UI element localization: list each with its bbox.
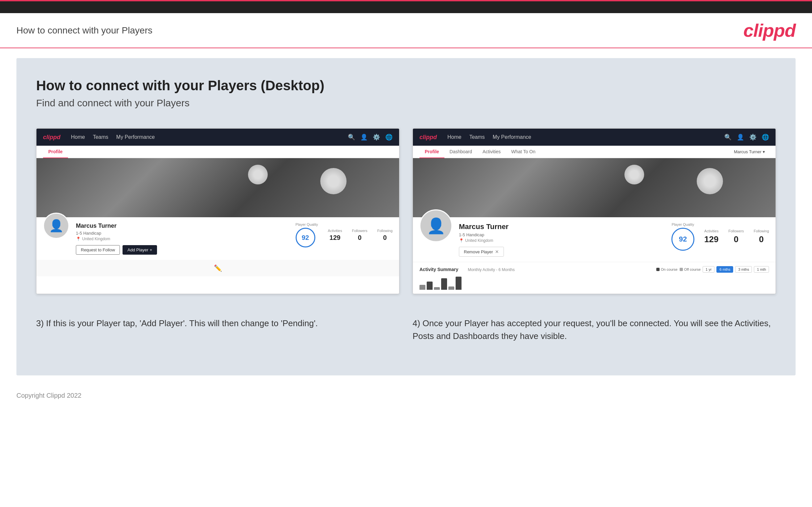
bar-6 — [456, 277, 461, 290]
mini-chart — [419, 277, 769, 290]
golf-ball-left-2 — [320, 168, 347, 194]
stat-quality-right: Player Quality 92 — [671, 223, 695, 251]
oncourse-dot — [656, 268, 660, 271]
screenshots-row: clippd Home Teams My Performance 🔍 👤 ⚙️ … — [36, 128, 776, 294]
description-text-right: 4) Once your Player has accepted your re… — [413, 317, 776, 343]
filter-1yr[interactable]: 1 yr — [703, 266, 714, 273]
screenshot-left: clippd Home Teams My Performance 🔍 👤 ⚙️ … — [36, 128, 399, 294]
app-nav-right: clippd Home Teams My Performance 🔍 👤 ⚙️ … — [413, 129, 775, 146]
avatar-right: 👤 — [419, 209, 452, 242]
avatar-icon-left: 👤 — [49, 219, 64, 233]
nav-icons-right: 🔍 👤 ⚙️ 🌐 — [724, 133, 769, 141]
descriptions-row: 3) If this is your Player tap, 'Add Play… — [36, 311, 776, 349]
avatar-icon-right: 👤 — [427, 217, 445, 235]
pen-icon-left: ✏️ — [214, 264, 222, 272]
stat-following-left: Following 0 — [377, 229, 393, 241]
legend-offcourse: Off course — [679, 268, 701, 271]
nav-myperformance-left[interactable]: My Performance — [116, 134, 155, 140]
follow-button-left[interactable]: Request to Follow — [76, 245, 120, 255]
settings-icon-right[interactable]: ⚙️ — [749, 133, 757, 141]
nav-teams-right[interactable]: Teams — [469, 134, 485, 140]
profile-handicap-right: 1-5 Handicap — [459, 232, 665, 237]
screenshot-right: clippd Home Teams My Performance 🔍 👤 ⚙️ … — [413, 128, 776, 294]
clippd-logo: clippd — [743, 20, 796, 41]
profile-section-right: 👤 Marcus Turner 1-5 Handicap 📍 United Ki… — [413, 217, 775, 262]
app-nav-left: clippd Home Teams My Performance 🔍 👤 ⚙️ … — [37, 129, 399, 146]
golf-ball-left-1 — [248, 165, 268, 184]
app-logo-right: clippd — [419, 134, 437, 141]
avatar-left: 👤 — [43, 213, 69, 239]
profile-name-left: Marcus Turner — [76, 223, 289, 229]
nav-home-left[interactable]: Home — [71, 134, 85, 140]
activity-subtitle: Monthly Activity - 6 Months — [468, 268, 515, 272]
tab-activities-right[interactable]: Activities — [477, 146, 506, 158]
tab-whattoon-right[interactable]: What To On — [506, 146, 541, 158]
activity-filters: On course Off course 1 yr 6 mths 3 mths … — [656, 266, 769, 273]
nav-home-right[interactable]: Home — [447, 134, 461, 140]
stat-quality-left: Player Quality 92 — [296, 223, 318, 247]
stats-row-left: Player Quality 92 Activities 129 Followe… — [296, 223, 393, 247]
profile-name-right: Marcus Turner — [459, 223, 665, 231]
page-heading: How to connect with your Players (Deskto… — [36, 78, 776, 94]
legend-oncourse: On course — [656, 268, 678, 271]
filter-6mths[interactable]: 6 mths — [716, 266, 733, 273]
bar-3 — [434, 287, 440, 290]
tab-profile-left[interactable]: Profile — [43, 146, 68, 158]
nav-myperformance-right[interactable]: My Performance — [493, 134, 531, 140]
location-icon-right: 📍 — [459, 238, 464, 243]
location-icon-left: 📍 — [76, 237, 81, 241]
header: How to connect with your Players clippd — [0, 13, 812, 48]
profile-handicap-left: 1-5 Handicap — [76, 231, 289, 236]
player-dropdown-label[interactable]: Marcus Turner — [734, 149, 761, 154]
scroll-area-left: ✏️ — [37, 260, 399, 276]
offcourse-dot — [679, 268, 683, 271]
bar-1 — [419, 285, 425, 290]
top-bar — [0, 0, 812, 13]
golf-ball-right-1 — [624, 165, 644, 184]
stat-activities-left: Activities 129 — [328, 229, 342, 241]
globe-icon-right[interactable]: 🌐 — [762, 133, 769, 141]
add-player-button-left[interactable]: Add Player + — [122, 245, 157, 255]
stat-activities-right: Activities 129 — [704, 229, 718, 244]
profile-location-right: 📍 United Kingdom — [459, 238, 665, 243]
stats-row-right: Player Quality 92 Activities 129 Followe… — [671, 223, 769, 251]
activity-summary: Activity Summary Monthly Activity - 6 Mo… — [413, 262, 775, 294]
stat-followers-left: Followers 0 — [352, 229, 367, 241]
profile-buttons-left: Request to Follow Add Player + — [76, 245, 289, 255]
stat-following-right: Following 0 — [754, 229, 769, 244]
filter-1mth[interactable]: 1 mth — [754, 266, 769, 273]
page-subheading: Find and connect with your Players — [36, 98, 776, 109]
stat-followers-right: Followers 0 — [728, 229, 744, 244]
nav-icons-left: 🔍 👤 ⚙️ 🌐 — [348, 133, 393, 141]
user-icon-right[interactable]: 👤 — [737, 133, 744, 141]
description-right: 4) Once your Player has accepted your re… — [413, 311, 776, 349]
quality-circle-left: 92 — [296, 228, 315, 247]
remove-player-button[interactable]: Remove Player ✕ — [459, 247, 504, 257]
activity-title: Activity Summary — [419, 267, 458, 272]
search-icon-right[interactable]: 🔍 — [724, 133, 731, 141]
app-tabs-right: Profile Dashboard Activities What To On … — [413, 146, 775, 158]
bar-2 — [427, 282, 433, 290]
profile-location-left: 📍 United Kingdom — [76, 237, 289, 241]
tab-profile-right[interactable]: Profile — [419, 146, 445, 158]
header-title: How to connect with your Players — [16, 25, 152, 36]
hero-image-right — [413, 158, 775, 217]
chevron-down-icon: ▾ — [763, 149, 765, 154]
remove-x-icon: ✕ — [495, 249, 499, 254]
user-icon-left[interactable]: 👤 — [360, 133, 367, 141]
nav-teams-left[interactable]: Teams — [93, 134, 108, 140]
search-icon-left[interactable]: 🔍 — [348, 133, 355, 141]
description-text-left: 3) If this is your Player tap, 'Add Play… — [36, 317, 399, 330]
golf-ball-right-2 — [697, 168, 723, 194]
settings-icon-left[interactable]: ⚙️ — [373, 133, 380, 141]
main-content: How to connect with your Players (Deskto… — [16, 58, 796, 376]
profile-info-left: Marcus Turner 1-5 Handicap 📍 United King… — [76, 223, 289, 255]
activity-header: Activity Summary Monthly Activity - 6 Mo… — [419, 266, 769, 273]
hero-image-left — [37, 158, 399, 217]
filter-3mths[interactable]: 3 mths — [735, 266, 752, 273]
copyright-text: Copyright Clippd 2022 — [16, 392, 82, 399]
tab-dashboard-right[interactable]: Dashboard — [445, 146, 477, 158]
app-logo-left: clippd — [43, 134, 60, 141]
profile-section-left: 👤 Marcus Turner 1-5 Handicap 📍 United Ki… — [37, 217, 399, 260]
globe-icon-left[interactable]: 🌐 — [385, 133, 393, 141]
